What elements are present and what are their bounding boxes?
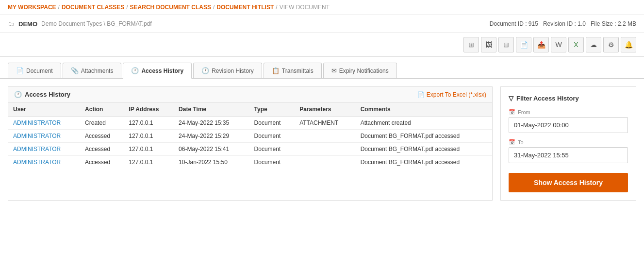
- cell-parameters: ATTACHMENT: [295, 117, 356, 130]
- tab-transmittals-label: Transmittals: [282, 68, 314, 74]
- doc-id: Document ID : 915: [490, 20, 538, 27]
- col-parameters: Parameters: [295, 102, 356, 117]
- expiry-tab-icon: ✉: [331, 67, 337, 74]
- cell-comments: Document BG_FORMAT.pdf accessed: [356, 156, 492, 169]
- col-type: Type: [249, 102, 295, 117]
- cell-parameters: [295, 130, 356, 143]
- from-label: 📅 From: [509, 109, 628, 115]
- from-calendar-icon: 📅: [509, 109, 515, 115]
- attachments-tab-icon: 📎: [71, 67, 79, 74]
- cell-ip: 127.0.0.1: [124, 156, 174, 169]
- toolbar: ⊞ 🖼 ⊟ 📄 📤 W X ☁ ⚙ 🔔: [0, 33, 644, 57]
- breadcrumb-search-document-class[interactable]: SEARCH DOCUMENT CLASS: [130, 4, 211, 11]
- filter-panel: ▽ Filter Access History 📅 From 📅 To Show…: [500, 86, 636, 201]
- table-row: ADMINISTRATOR Accessed 127.0.0.1 06-May-…: [8, 143, 492, 156]
- col-action: Action: [80, 102, 124, 117]
- cell-action: Created: [80, 117, 124, 130]
- export-excel-link[interactable]: 📄 Export To Excel (*.xlsx): [417, 91, 486, 98]
- panel-title: 🕐 Access History: [14, 91, 70, 98]
- notification-button[interactable]: 🔔: [621, 37, 636, 52]
- document-path-text: Demo Document Types \ BG_FORMAT.pdf: [41, 20, 152, 27]
- from-field: 📅 From: [509, 109, 628, 133]
- file-size: File Size : 2.2 MB: [591, 20, 636, 27]
- grid-view-button[interactable]: ⊞: [463, 37, 479, 52]
- access-history-tab-icon: 🕐: [131, 67, 139, 74]
- table-row: ADMINISTRATOR Accessed 127.0.0.1 24-May-…: [8, 130, 492, 143]
- cell-type: Document: [249, 156, 295, 169]
- settings-button[interactable]: ⚙: [603, 37, 619, 52]
- revision-id: Revision ID : 1.0: [543, 20, 586, 27]
- document-path: 🗂 DEMO Demo Document Types \ BG_FORMAT.p…: [8, 20, 152, 28]
- panel-title-text: Access History: [25, 91, 70, 98]
- compare-button[interactable]: ⊟: [498, 37, 514, 52]
- main-content: 🕐 Access History 📄 Export To Excel (*.xl…: [0, 79, 644, 208]
- cell-type: Document: [249, 143, 295, 156]
- cell-ip: 127.0.0.1: [124, 117, 174, 130]
- document-meta: Document ID : 915 Revision ID : 1.0 File…: [490, 20, 636, 27]
- filter-title-text: Filter Access History: [516, 95, 579, 102]
- cell-parameters: [295, 156, 356, 169]
- access-history-table: User Action IP Address Date Time Type Pa…: [8, 102, 492, 169]
- tab-expiry-notifications[interactable]: ✉ Expiry Notifications: [323, 63, 397, 78]
- cell-user[interactable]: ADMINISTRATOR: [8, 117, 80, 130]
- access-history-icon: 🕐: [14, 91, 22, 98]
- transmittals-tab-icon: 📋: [272, 67, 280, 74]
- cell-comments: Attachment created: [356, 117, 492, 130]
- cell-user[interactable]: ADMINISTRATOR: [8, 130, 80, 143]
- cell-comments: Document BG_FORMAT.pdf accessed: [356, 143, 492, 156]
- export-label: Export To Excel (*.xlsx): [427, 91, 486, 98]
- tab-expiry-label: Expiry Notifications: [339, 68, 389, 74]
- show-access-history-button[interactable]: Show Access History: [509, 173, 628, 192]
- to-calendar-icon: 📅: [509, 139, 515, 145]
- tab-access-history-label: Access History: [141, 68, 183, 74]
- tab-document-label: Document: [26, 68, 53, 74]
- breadcrumb-my-workspace[interactable]: MY WORKSPACE: [8, 4, 56, 11]
- access-history-panel: 🕐 Access History 📄 Export To Excel (*.xl…: [8, 86, 493, 201]
- excel-button[interactable]: X: [568, 37, 584, 52]
- tab-transmittals[interactable]: 📋 Transmittals: [264, 63, 322, 78]
- excel-export-icon: 📄: [417, 91, 425, 98]
- cell-ip: 127.0.0.1: [124, 130, 174, 143]
- table-header-row: User Action IP Address Date Time Type Pa…: [8, 102, 492, 117]
- panel-header: 🕐 Access History 📄 Export To Excel (*.xl…: [8, 87, 492, 102]
- table-row: ADMINISTRATOR Accessed 127.0.0.1 10-Jan-…: [8, 156, 492, 169]
- demo-label: DEMO: [18, 20, 37, 28]
- cell-datetime: 10-Jan-2022 15:50: [174, 156, 249, 169]
- breadcrumb-document-hitlist[interactable]: DOCUMENT HITLIST: [216, 4, 274, 11]
- revision-history-tab-icon: 🕐: [201, 67, 209, 74]
- col-ip: IP Address: [124, 102, 174, 117]
- word-button[interactable]: W: [551, 37, 566, 52]
- from-input[interactable]: [509, 117, 628, 133]
- breadcrumb: MY WORKSPACE / DOCUMENT CLASSES / SEARCH…: [0, 0, 644, 15]
- cell-action: Accessed: [80, 156, 124, 169]
- cell-action: Accessed: [80, 143, 124, 156]
- to-input[interactable]: [509, 147, 628, 163]
- cloud-button[interactable]: ☁: [586, 37, 601, 52]
- col-user: User: [8, 102, 80, 117]
- image-view-button[interactable]: 🖼: [481, 37, 496, 52]
- col-comments: Comments: [356, 102, 492, 117]
- pdf-button[interactable]: 📄: [516, 37, 531, 52]
- cell-user[interactable]: ADMINISTRATOR: [8, 143, 80, 156]
- cell-datetime: 06-May-2022 15:41: [174, 143, 249, 156]
- upload-button[interactable]: 📤: [533, 37, 549, 52]
- tab-access-history[interactable]: 🕐 Access History: [123, 63, 192, 79]
- filter-title: ▽ Filter Access History: [509, 95, 628, 102]
- cell-ip: 127.0.0.1: [124, 143, 174, 156]
- cell-user[interactable]: ADMINISTRATOR: [8, 156, 80, 169]
- cell-type: Document: [249, 130, 295, 143]
- tab-revision-history[interactable]: 🕐 Revision History: [193, 63, 262, 78]
- cell-datetime: 24-May-2022 15:29: [174, 130, 249, 143]
- col-datetime: Date Time: [174, 102, 249, 117]
- cell-comments: Document BG_FORMAT.pdf accessed: [356, 130, 492, 143]
- tabs-bar: 📄 Document 📎 Attachments 🕐 Access Histor…: [0, 57, 644, 79]
- cell-action: Accessed: [80, 130, 124, 143]
- tab-attachments[interactable]: 📎 Attachments: [63, 63, 122, 78]
- breadcrumb-document-classes[interactable]: DOCUMENT CLASSES: [62, 4, 124, 11]
- cell-datetime: 24-May-2022 15:35: [174, 117, 249, 130]
- header-bar: 🗂 DEMO Demo Document Types \ BG_FORMAT.p…: [0, 15, 644, 33]
- table-row: ADMINISTRATOR Created 127.0.0.1 24-May-2…: [8, 117, 492, 130]
- document-tab-icon: 📄: [16, 67, 24, 74]
- folder-icon: 🗂: [8, 20, 15, 28]
- tab-document[interactable]: 📄 Document: [8, 63, 61, 78]
